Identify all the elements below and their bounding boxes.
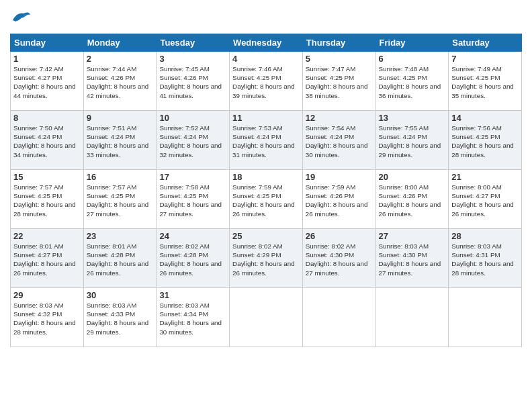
- day-number: 5: [306, 54, 373, 64]
- calendar-day-header: Friday: [375, 34, 449, 52]
- day-number: 24: [159, 231, 226, 241]
- day-number: 17: [159, 172, 226, 182]
- day-number: 6: [379, 54, 446, 64]
- day-info: Sunrise: 7:57 AM Sunset: 4:25 PM Dayligh…: [87, 183, 154, 218]
- page: SundayMondayTuesdayWednesdayThursdayFrid…: [0, 0, 532, 411]
- calendar-header-row: SundayMondayTuesdayWednesdayThursdayFrid…: [11, 34, 522, 52]
- calendar-cell: 15Sunrise: 7:57 AM Sunset: 4:25 PM Dayli…: [11, 170, 84, 229]
- day-info: Sunrise: 7:55 AM Sunset: 4:24 PM Dayligh…: [379, 124, 446, 159]
- day-number: 12: [306, 113, 373, 123]
- calendar-cell: 14Sunrise: 7:56 AM Sunset: 4:25 PM Dayli…: [449, 111, 522, 170]
- day-number: 8: [13, 113, 81, 123]
- day-number: 22: [13, 231, 81, 241]
- calendar-cell: 5Sunrise: 7:47 AM Sunset: 4:25 PM Daylig…: [302, 52, 375, 111]
- day-number: 7: [451, 54, 519, 64]
- calendar-table: SundayMondayTuesdayWednesdayThursdayFrid…: [10, 34, 522, 347]
- calendar-cell: 13Sunrise: 7:55 AM Sunset: 4:24 PM Dayli…: [375, 111, 449, 170]
- day-number: 23: [87, 231, 154, 241]
- day-info: Sunrise: 8:03 AM Sunset: 4:30 PM Dayligh…: [379, 242, 446, 277]
- day-number: 2: [87, 54, 154, 64]
- day-number: 14: [451, 113, 519, 123]
- calendar-cell: 21Sunrise: 8:00 AM Sunset: 4:27 PM Dayli…: [449, 170, 522, 229]
- calendar-cell: 12Sunrise: 7:54 AM Sunset: 4:24 PM Dayli…: [302, 111, 375, 170]
- day-info: Sunrise: 7:46 AM Sunset: 4:25 PM Dayligh…: [232, 64, 300, 100]
- calendar-cell: 7Sunrise: 7:49 AM Sunset: 4:25 PM Daylig…: [449, 52, 522, 111]
- calendar-cell: 24Sunrise: 8:02 AM Sunset: 4:28 PM Dayli…: [157, 229, 230, 288]
- calendar-cell: 26Sunrise: 8:02 AM Sunset: 4:30 PM Dayli…: [302, 229, 375, 288]
- day-info: Sunrise: 8:03 AM Sunset: 4:31 PM Dayligh…: [451, 242, 519, 277]
- day-info: Sunrise: 8:01 AM Sunset: 4:27 PM Dayligh…: [13, 242, 81, 277]
- calendar-cell: 11Sunrise: 7:53 AM Sunset: 4:24 PM Dayli…: [230, 111, 303, 170]
- day-info: Sunrise: 7:45 AM Sunset: 4:26 PM Dayligh…: [159, 64, 226, 100]
- day-number: 11: [232, 113, 300, 123]
- day-number: 10: [159, 113, 226, 123]
- calendar-day-header: Monday: [83, 34, 157, 52]
- day-info: Sunrise: 7:53 AM Sunset: 4:24 PM Dayligh…: [232, 124, 300, 159]
- day-number: 21: [451, 172, 519, 182]
- day-info: Sunrise: 8:03 AM Sunset: 4:33 PM Dayligh…: [87, 301, 154, 336]
- day-info: Sunrise: 7:50 AM Sunset: 4:24 PM Dayligh…: [13, 124, 81, 159]
- day-number: 13: [379, 113, 446, 123]
- calendar-week-row: 22Sunrise: 8:01 AM Sunset: 4:27 PM Dayli…: [11, 229, 522, 288]
- calendar-cell: 3Sunrise: 7:45 AM Sunset: 4:26 PM Daylig…: [157, 52, 230, 111]
- day-number: 29: [13, 290, 81, 300]
- calendar-cell: 4Sunrise: 7:46 AM Sunset: 4:25 PM Daylig…: [230, 52, 303, 111]
- calendar-cell: 2Sunrise: 7:44 AM Sunset: 4:26 PM Daylig…: [83, 52, 157, 111]
- calendar-cell: 19Sunrise: 7:59 AM Sunset: 4:26 PM Dayli…: [302, 170, 375, 229]
- calendar-cell: 8Sunrise: 7:50 AM Sunset: 4:24 PM Daylig…: [11, 111, 84, 170]
- calendar-cell: 29Sunrise: 8:03 AM Sunset: 4:32 PM Dayli…: [11, 288, 84, 347]
- day-number: 18: [232, 172, 300, 182]
- calendar-day-header: Wednesday: [230, 34, 303, 52]
- day-info: Sunrise: 7:52 AM Sunset: 4:24 PM Dayligh…: [159, 124, 226, 159]
- calendar-week-row: 1Sunrise: 7:42 AM Sunset: 4:27 PM Daylig…: [11, 52, 522, 111]
- day-info: Sunrise: 7:44 AM Sunset: 4:26 PM Dayligh…: [87, 64, 154, 100]
- calendar-cell: 16Sunrise: 7:57 AM Sunset: 4:25 PM Dayli…: [83, 170, 157, 229]
- calendar-week-row: 29Sunrise: 8:03 AM Sunset: 4:32 PM Dayli…: [11, 288, 522, 347]
- calendar-cell: 1Sunrise: 7:42 AM Sunset: 4:27 PM Daylig…: [11, 52, 84, 111]
- day-number: 15: [13, 172, 81, 182]
- day-info: Sunrise: 7:56 AM Sunset: 4:25 PM Dayligh…: [451, 124, 519, 159]
- calendar-day-header: Saturday: [449, 34, 522, 52]
- day-number: 27: [379, 231, 446, 241]
- day-info: Sunrise: 7:51 AM Sunset: 4:24 PM Dayligh…: [87, 124, 154, 159]
- day-number: 26: [306, 231, 373, 241]
- day-number: 1: [13, 54, 81, 64]
- calendar-cell: 18Sunrise: 7:59 AM Sunset: 4:25 PM Dayli…: [230, 170, 303, 229]
- day-info: Sunrise: 8:03 AM Sunset: 4:34 PM Dayligh…: [159, 301, 226, 336]
- calendar-cell: [375, 288, 449, 347]
- calendar-cell: [302, 288, 375, 347]
- calendar-day-header: Thursday: [302, 34, 375, 52]
- day-info: Sunrise: 7:54 AM Sunset: 4:24 PM Dayligh…: [306, 124, 373, 159]
- logo: [10, 7, 34, 28]
- calendar-day-header: Sunday: [11, 34, 84, 52]
- day-info: Sunrise: 8:02 AM Sunset: 4:30 PM Dayligh…: [306, 242, 373, 277]
- day-info: Sunrise: 8:00 AM Sunset: 4:27 PM Dayligh…: [451, 183, 519, 218]
- calendar-cell: 10Sunrise: 7:52 AM Sunset: 4:24 PM Dayli…: [157, 111, 230, 170]
- day-info: Sunrise: 7:48 AM Sunset: 4:25 PM Dayligh…: [379, 64, 446, 100]
- day-number: 31: [159, 290, 226, 300]
- day-info: Sunrise: 7:58 AM Sunset: 4:25 PM Dayligh…: [159, 183, 226, 218]
- calendar-cell: 20Sunrise: 8:00 AM Sunset: 4:26 PM Dayli…: [375, 170, 449, 229]
- calendar-cell: [230, 288, 303, 347]
- day-info: Sunrise: 8:01 AM Sunset: 4:28 PM Dayligh…: [87, 242, 154, 277]
- day-info: Sunrise: 7:57 AM Sunset: 4:25 PM Dayligh…: [13, 183, 81, 218]
- day-number: 9: [87, 113, 154, 123]
- day-info: Sunrise: 8:02 AM Sunset: 4:29 PM Dayligh…: [232, 242, 300, 277]
- calendar-cell: 27Sunrise: 8:03 AM Sunset: 4:30 PM Dayli…: [375, 229, 449, 288]
- day-number: 28: [451, 231, 519, 241]
- day-info: Sunrise: 8:03 AM Sunset: 4:32 PM Dayligh…: [13, 301, 81, 336]
- day-number: 30: [87, 290, 154, 300]
- calendar-week-row: 15Sunrise: 7:57 AM Sunset: 4:25 PM Dayli…: [11, 170, 522, 229]
- day-info: Sunrise: 7:47 AM Sunset: 4:25 PM Dayligh…: [306, 64, 373, 100]
- day-info: Sunrise: 7:42 AM Sunset: 4:27 PM Dayligh…: [13, 64, 81, 100]
- calendar-cell: 9Sunrise: 7:51 AM Sunset: 4:24 PM Daylig…: [83, 111, 157, 170]
- day-number: 25: [232, 231, 300, 241]
- calendar-day-header: Tuesday: [157, 34, 230, 52]
- calendar-week-row: 8Sunrise: 7:50 AM Sunset: 4:24 PM Daylig…: [11, 111, 522, 170]
- day-info: Sunrise: 8:00 AM Sunset: 4:26 PM Dayligh…: [379, 183, 446, 218]
- calendar-cell: 23Sunrise: 8:01 AM Sunset: 4:28 PM Dayli…: [83, 229, 157, 288]
- day-number: 20: [379, 172, 446, 182]
- day-info: Sunrise: 8:02 AM Sunset: 4:28 PM Dayligh…: [159, 242, 226, 277]
- day-info: Sunrise: 7:59 AM Sunset: 4:25 PM Dayligh…: [232, 183, 300, 218]
- header: [10, 7, 522, 28]
